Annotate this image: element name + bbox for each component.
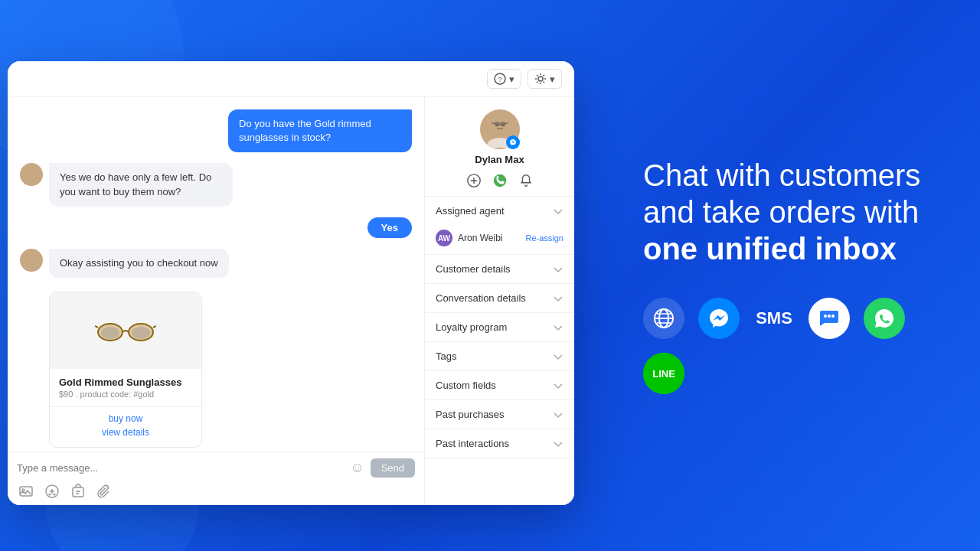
chat-messages: Do you have the Gold rimmed sunglasses i… (8, 97, 424, 452)
conversation-details-section: Conversation details (425, 284, 574, 313)
agent-info: AW Aron Weibi (436, 230, 502, 246)
profile-avatar-wrap (480, 109, 520, 149)
svg-point-21 (492, 117, 507, 132)
reassign-button[interactable]: Re-assign (525, 233, 564, 243)
conversation-details-header[interactable]: Conversation details (425, 284, 574, 312)
loyalty-program-section: Loyalty program (425, 313, 574, 342)
chat-area: Do you have the Gold rimmed sunglasses i… (8, 97, 425, 505)
customer-details-header[interactable]: Customer details (425, 255, 574, 283)
product-image (50, 292, 201, 369)
chat-input-row: ☺ Send (17, 458, 415, 478)
view-details-link[interactable]: view details (59, 427, 192, 438)
notification-action-button[interactable] (518, 173, 534, 188)
message-row: Okay assisting you to checkout now (20, 249, 412, 278)
line-channel-icon: LINE (643, 353, 684, 394)
sms-channel-icon: SMS (753, 298, 795, 339)
agent-name: Aron Weibi (458, 233, 502, 243)
svg-text:LINE: LINE (652, 368, 675, 380)
svg-point-39 (828, 315, 831, 318)
svg-point-3 (27, 167, 36, 176)
topbar: ? ▾ ▾ (8, 61, 574, 97)
svg-rect-20 (73, 487, 83, 497)
past-interactions-label: Past interactions (436, 438, 509, 449)
buy-now-link[interactable]: buy now (59, 413, 192, 424)
profile-actions (466, 173, 534, 188)
settings-button[interactable]: ▾ (528, 69, 562, 89)
tags-label: Tags (436, 350, 456, 362)
svg-point-5 (27, 253, 36, 262)
loyalty-program-label: Loyalty program (436, 321, 507, 333)
svg-point-4 (24, 178, 39, 186)
assigned-agent-row: AW Aron Weibi Re-assign (425, 225, 574, 254)
customer-details-section: Customer details (425, 255, 574, 284)
product-actions: buy now view details (50, 406, 201, 447)
whatsapp-channel-icon (864, 298, 905, 339)
message-input[interactable] (17, 462, 344, 474)
svg-line-12 (153, 326, 156, 328)
product-card-row: Gold Rimmed Sunglasses $90 . product cod… (20, 289, 412, 448)
order-button[interactable] (70, 484, 86, 499)
past-purchases-header[interactable]: Past purchases (425, 400, 574, 429)
custom-fields-section: Custom fields (425, 371, 574, 400)
assigned-agent-label: Assigned agent (436, 205, 505, 217)
svg-text:?: ? (498, 76, 502, 83)
past-interactions-section: Past interactions (425, 429, 574, 458)
chat-action-button[interactable] (466, 173, 482, 188)
channel-icons: SMS LINE (643, 298, 934, 394)
agent-avatar: AW (436, 230, 452, 246)
svg-point-16 (22, 489, 24, 491)
input-actions (17, 484, 415, 499)
conversation-details-label: Conversation details (436, 292, 526, 304)
call-action-button[interactable] (492, 173, 508, 188)
tags-section: Tags (425, 342, 574, 371)
avatar (20, 163, 43, 186)
help-button[interactable]: ? ▾ (487, 69, 521, 89)
svg-point-6 (24, 263, 39, 272)
loyalty-program-header[interactable]: Loyalty program (425, 313, 574, 341)
svg-point-2 (538, 77, 543, 81)
svg-point-32 (493, 174, 505, 187)
profile-name: Dylan Max (475, 154, 524, 165)
assigned-agent-section: Assigned agent AW Aron Weibi Re-assign (425, 197, 574, 255)
yes-badge: Yes (368, 217, 412, 238)
message-bubble-incoming: Okay assisting you to checkout now (49, 249, 229, 278)
send-button[interactable]: Send (371, 458, 415, 478)
message-row: Do you have the Gold rimmed sunglasses i… (20, 109, 412, 152)
chat-body: Do you have the Gold rimmed sunglasses i… (8, 97, 574, 505)
product-button[interactable] (44, 484, 60, 499)
product-card: Gold Rimmed Sunglasses $90 . product cod… (49, 292, 202, 448)
svg-point-18 (49, 494, 51, 496)
svg-point-14 (132, 327, 150, 339)
product-name: Gold Rimmed Sunglasses (59, 377, 192, 388)
past-interactions-header[interactable]: Past interactions (425, 429, 574, 458)
chat-window: ? ▾ ▾ Do you have the Gold rimmed sungla… (8, 61, 574, 505)
globe-channel-icon (643, 298, 684, 339)
past-purchases-label: Past purchases (436, 409, 505, 420)
svg-rect-26 (495, 122, 499, 126)
custom-fields-label: Custom fields (436, 380, 496, 391)
sidebar: Dylan Max (425, 97, 574, 505)
message-bubble-outgoing: Do you have the Gold rimmed sunglasses i… (228, 109, 412, 152)
marketing-title: Chat with customers and take orders with… (643, 157, 934, 267)
assigned-agent-header[interactable]: Assigned agent (425, 197, 574, 225)
image-upload-button[interactable] (18, 484, 34, 499)
custom-fields-header[interactable]: Custom fields (425, 371, 574, 399)
emoji-button[interactable]: ☺ (350, 460, 364, 476)
svg-point-38 (824, 315, 827, 318)
chat-channel-icon (808, 298, 850, 339)
chat-input-bar: ☺ Send (8, 452, 424, 505)
svg-point-13 (101, 327, 119, 339)
product-meta: $90 . product code: #gold (59, 390, 192, 399)
past-purchases-section: Past purchases (425, 400, 574, 429)
tags-header[interactable]: Tags (425, 342, 574, 370)
message-row: Yes we do have only a few left. Do you w… (20, 163, 412, 206)
product-info: Gold Rimmed Sunglasses $90 . product cod… (50, 369, 201, 406)
sms-label: SMS (756, 308, 792, 328)
marketing-section: Chat with customers and take orders with… (582, 0, 980, 551)
svg-line-11 (95, 326, 98, 328)
attachment-button[interactable] (96, 484, 112, 499)
svg-point-19 (54, 494, 56, 496)
svg-rect-27 (500, 122, 505, 126)
svg-point-40 (831, 315, 835, 318)
help-label: ▾ (509, 73, 514, 85)
